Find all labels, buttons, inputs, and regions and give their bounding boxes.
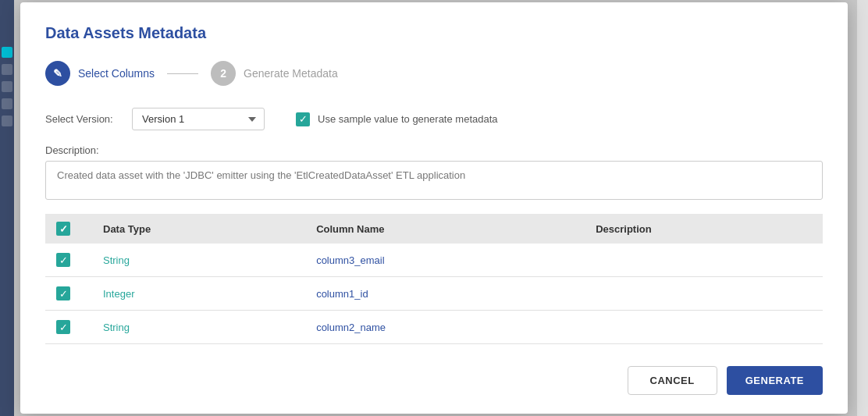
header-checkmark-icon: ✓ bbox=[59, 223, 68, 235]
steps-container: ✎ Select Columns 2 Generate Metadata bbox=[45, 61, 823, 86]
checkmark-icon: ✓ bbox=[59, 289, 68, 299]
generate-button[interactable]: GENERATE bbox=[727, 366, 823, 395]
row-0-column-name: column3_email bbox=[305, 244, 585, 277]
button-row: CANCEL GENERATE bbox=[45, 366, 823, 395]
row-1-description bbox=[585, 277, 823, 311]
description-box[interactable]: Created data asset with the 'JDBC' emitt… bbox=[45, 161, 823, 200]
sample-value-label: Use sample value to generate metadata bbox=[318, 113, 498, 125]
table-row: ✓Stringcolumn2_name bbox=[45, 311, 823, 344]
row-1-data-type: Integer bbox=[92, 277, 305, 311]
side-nav-item[interactable] bbox=[2, 81, 12, 92]
version-label: Select Version: bbox=[45, 113, 119, 125]
description-section: Description: Created data asset with the… bbox=[45, 144, 823, 200]
side-nav-item[interactable] bbox=[2, 47, 12, 58]
header-checkbox[interactable]: ✓ bbox=[56, 222, 70, 236]
step-1-label: Select Columns bbox=[78, 67, 155, 80]
step-1-circle: ✎ bbox=[45, 61, 70, 86]
step-divider bbox=[167, 73, 198, 74]
row-checkbox-0[interactable]: ✓ bbox=[56, 253, 70, 267]
step-2: 2 Generate Metadata bbox=[211, 61, 338, 86]
cancel-button[interactable]: CANCEL bbox=[628, 366, 717, 395]
row-1-column-name: column1_id bbox=[305, 277, 585, 311]
row-1-checkbox-cell: ✓ bbox=[45, 277, 92, 311]
row-checkbox-1[interactable]: ✓ bbox=[56, 286, 70, 300]
checkmark-icon: ✓ bbox=[299, 114, 308, 124]
pencil-icon: ✎ bbox=[53, 67, 62, 80]
row-2-checkbox-cell: ✓ bbox=[45, 311, 92, 344]
table-header-description: Description bbox=[585, 214, 823, 244]
table-header-checkbox-col: ✓ bbox=[45, 214, 92, 244]
checkmark-icon: ✓ bbox=[59, 255, 68, 265]
side-nav-item[interactable] bbox=[2, 116, 12, 126]
checkbox-row: ✓ Use sample value to generate metadata bbox=[296, 112, 498, 126]
step-2-number: 2 bbox=[220, 67, 226, 80]
step-1: ✎ Select Columns bbox=[45, 61, 155, 86]
step-2-label: Generate Metadata bbox=[244, 67, 338, 80]
table-header-column-name: Column Name bbox=[305, 214, 585, 244]
version-select[interactable]: Version 1 bbox=[132, 108, 265, 130]
row-0-checkbox-cell: ✓ bbox=[45, 244, 92, 277]
sample-value-checkbox[interactable]: ✓ bbox=[296, 112, 310, 126]
row-checkbox-2[interactable]: ✓ bbox=[56, 320, 70, 334]
side-nav-item[interactable] bbox=[2, 98, 12, 109]
row-2-column-name: column2_name bbox=[305, 311, 585, 344]
modal-title: Data Assets Metadata bbox=[45, 24, 823, 42]
checkmark-icon: ✓ bbox=[59, 322, 68, 332]
row-2-description bbox=[585, 311, 823, 344]
version-select-text: Version 1 bbox=[142, 113, 242, 125]
table-row: ✓Stringcolumn3_email bbox=[45, 244, 823, 277]
modal-container: Data Assets Metadata ✎ Select Columns 2 … bbox=[20, 2, 848, 414]
overlay: Data Assets Metadata ✎ Select Columns 2 … bbox=[0, 0, 868, 416]
row-0-description bbox=[585, 244, 823, 277]
side-nav-item[interactable] bbox=[2, 64, 12, 75]
data-table: ✓ Data Type Column Name Description ✓Str… bbox=[45, 214, 823, 344]
row-0-data-type: String bbox=[92, 244, 305, 277]
form-row-version: Select Version: Version 1 ✓ Use sample v… bbox=[45, 108, 823, 130]
right-scrollbar[interactable] bbox=[857, 0, 868, 416]
chevron-down-icon bbox=[248, 117, 256, 122]
table-header-data-type: Data Type bbox=[92, 214, 305, 244]
description-label: Description: bbox=[45, 144, 823, 156]
row-2-data-type: String bbox=[92, 311, 305, 344]
table-header-row: ✓ Data Type Column Name Description bbox=[45, 214, 823, 244]
table-row: ✓Integercolumn1_id bbox=[45, 277, 823, 311]
side-nav bbox=[0, 0, 14, 416]
step-2-circle: 2 bbox=[211, 61, 236, 86]
